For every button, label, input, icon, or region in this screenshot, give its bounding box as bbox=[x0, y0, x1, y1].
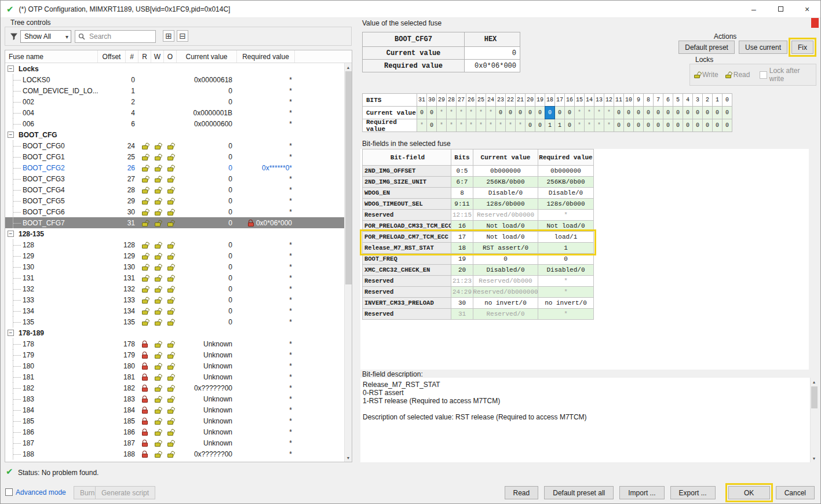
column-fuse-name[interactable]: Fuse name bbox=[5, 50, 98, 63]
override-lock-icon[interactable] bbox=[167, 418, 174, 425]
bitfield-row[interactable]: 2ND_IMG_SIZE_UNIT6:7256KB/0b00256KB/0b00 bbox=[362, 176, 594, 188]
column-current-value[interactable]: Current value bbox=[177, 50, 237, 63]
tree-row[interactable]: 1291290* bbox=[5, 250, 344, 261]
read-lock-icon[interactable] bbox=[141, 396, 148, 403]
bitfield-required[interactable]: * bbox=[538, 286, 594, 298]
bitfield-row[interactable]: BOOT_FREQ1900 bbox=[362, 253, 594, 265]
read-button[interactable]: Read bbox=[505, 486, 539, 499]
bitfield-row[interactable]: INVERT_CM33_PRELOAD30no invert/0no inver… bbox=[362, 297, 594, 309]
bitfield-required[interactable]: 0b000000 bbox=[538, 165, 594, 177]
write-lock-icon[interactable] bbox=[154, 319, 161, 326]
write-lock-icon[interactable] bbox=[154, 407, 161, 414]
bit-value[interactable]: * bbox=[584, 119, 594, 132]
override-lock-icon[interactable] bbox=[167, 176, 174, 182]
write-lock-icon[interactable] bbox=[154, 165, 161, 171]
write-lock-icon[interactable] bbox=[154, 143, 161, 149]
bit-value[interactable]: * bbox=[594, 119, 604, 132]
bit-value[interactable]: 0 bbox=[495, 106, 506, 119]
export-button[interactable]: Export ... bbox=[670, 486, 716, 499]
bit-value[interactable]: 1 bbox=[554, 119, 565, 132]
bit-value[interactable]: * bbox=[456, 119, 466, 132]
scroll-up-icon[interactable]: ▲ bbox=[811, 378, 818, 386]
bit-value[interactable]: * bbox=[486, 106, 496, 119]
write-lock-icon[interactable] bbox=[154, 308, 161, 315]
bit-value[interactable]: 0 bbox=[683, 106, 693, 119]
column-override-lock[interactable]: O bbox=[164, 50, 177, 63]
override-lock-icon[interactable] bbox=[167, 407, 174, 414]
override-lock-icon[interactable] bbox=[167, 275, 174, 282]
advanced-mode-checkbox[interactable] bbox=[5, 488, 13, 496]
read-lock-icon[interactable] bbox=[141, 308, 148, 315]
read-lock-control[interactable]: Read bbox=[725, 71, 750, 79]
bit-value[interactable]: 0 bbox=[722, 106, 732, 119]
collapse-group-icon[interactable]: − bbox=[8, 330, 14, 336]
tree-row[interactable]: 1301300* bbox=[5, 261, 344, 272]
read-lock-icon[interactable] bbox=[141, 297, 148, 304]
collapse-all-button[interactable]: ⊟ bbox=[177, 30, 188, 42]
read-lock-icon[interactable] bbox=[141, 154, 148, 160]
bit-value[interactable]: * bbox=[466, 106, 476, 119]
read-lock-icon[interactable] bbox=[141, 264, 148, 271]
bitfield-required[interactable]: * bbox=[538, 275, 594, 287]
bitfield-required[interactable]: 128s/0b000 bbox=[538, 198, 594, 210]
bit-value[interactable]: 0 bbox=[535, 106, 545, 119]
bit-value[interactable]: * bbox=[604, 119, 614, 132]
lock-after-write-checkbox[interactable] bbox=[760, 71, 767, 79]
read-lock-icon[interactable] bbox=[141, 165, 148, 171]
write-lock-icon[interactable] bbox=[154, 363, 161, 370]
use-current-button[interactable]: Use current bbox=[739, 41, 787, 54]
bitfield-required[interactable]: 1 bbox=[538, 242, 594, 254]
bit-value[interactable]: 0 bbox=[692, 106, 703, 119]
tree-row[interactable]: BOOT_CFG22600x******0* bbox=[5, 162, 344, 173]
bit-value[interactable]: 0 bbox=[614, 119, 624, 132]
collapse-group-icon[interactable]: − bbox=[8, 132, 14, 138]
override-lock-icon[interactable] bbox=[167, 385, 174, 392]
read-lock-icon[interactable] bbox=[141, 253, 148, 260]
tree-row[interactable]: BOOT_CFG6300* bbox=[5, 206, 344, 217]
bit-value[interactable]: * bbox=[604, 106, 614, 119]
default-preset-all-button[interactable]: Default preset all bbox=[544, 486, 614, 499]
bitfield-row[interactable]: Reserved21:23Reserved/0b000* bbox=[362, 275, 594, 287]
bit-value[interactable]: 0 bbox=[673, 119, 683, 132]
column-required-value[interactable]: Required value bbox=[237, 50, 295, 63]
tree-row[interactable]: 183183Unknown* bbox=[5, 393, 344, 404]
bit-value[interactable]: 0 bbox=[663, 119, 673, 132]
bit-value[interactable]: * bbox=[446, 106, 457, 119]
scroll-up-icon[interactable]: ▲ bbox=[345, 63, 352, 71]
bit-value[interactable]: 0 bbox=[505, 106, 516, 119]
bitfield-row[interactable]: XMC_CRC32_CHECK_EN20Disabled/0Disabled/0 bbox=[362, 264, 594, 276]
bit-value[interactable]: 0 bbox=[564, 119, 575, 132]
write-lock-icon[interactable] bbox=[154, 429, 161, 436]
tree-row[interactable]: 1331330* bbox=[5, 294, 344, 305]
override-lock-icon[interactable] bbox=[167, 297, 174, 304]
write-lock-icon[interactable] bbox=[154, 297, 161, 304]
description-scroll-thumb[interactable] bbox=[811, 386, 818, 408]
bit-value[interactable]: * bbox=[417, 119, 427, 132]
write-lock-icon[interactable] bbox=[154, 209, 161, 216]
write-lock-icon[interactable] bbox=[154, 275, 161, 282]
tree-row[interactable]: 1321320* bbox=[5, 283, 344, 294]
write-lock-icon[interactable] bbox=[154, 198, 161, 204]
bit-value[interactable]: 0 bbox=[673, 106, 683, 119]
write-lock-icon[interactable] bbox=[154, 286, 161, 293]
bit-value[interactable]: 1 bbox=[545, 119, 555, 132]
read-lock-icon[interactable] bbox=[141, 187, 148, 193]
bit-value[interactable]: * bbox=[436, 106, 447, 119]
bitfield-row[interactable]: WDOG_TIMEOUT_SEL9:11128s/0b000128s/0b000 bbox=[362, 198, 594, 210]
override-lock-icon[interactable] bbox=[167, 220, 174, 227]
bitfield-row[interactable]: WDOG_EN8Disable/0Disable/0 bbox=[362, 187, 594, 199]
write-lock-icon[interactable] bbox=[154, 396, 161, 403]
write-lock-icon[interactable] bbox=[154, 242, 161, 249]
bit-value[interactable]: 0 bbox=[653, 119, 663, 132]
advanced-mode-label[interactable]: Advanced mode bbox=[16, 488, 66, 496]
override-lock-icon[interactable] bbox=[167, 154, 174, 160]
tree-row[interactable]: 1821820x??????00* bbox=[5, 382, 344, 393]
bit-value[interactable]: 0 bbox=[515, 106, 526, 119]
override-lock-icon[interactable] bbox=[167, 187, 174, 193]
bitfield-required[interactable]: load/1 bbox=[538, 231, 594, 243]
tree-row[interactable]: BOOT_CFG5290* bbox=[5, 195, 344, 206]
read-lock-icon[interactable] bbox=[141, 440, 148, 447]
bitfield-row[interactable]: Reserved31Reserved/0* bbox=[362, 308, 594, 320]
bit-value[interactable]: 0 bbox=[643, 119, 654, 132]
tree-row[interactable]: 185185Unknown* bbox=[5, 415, 344, 426]
